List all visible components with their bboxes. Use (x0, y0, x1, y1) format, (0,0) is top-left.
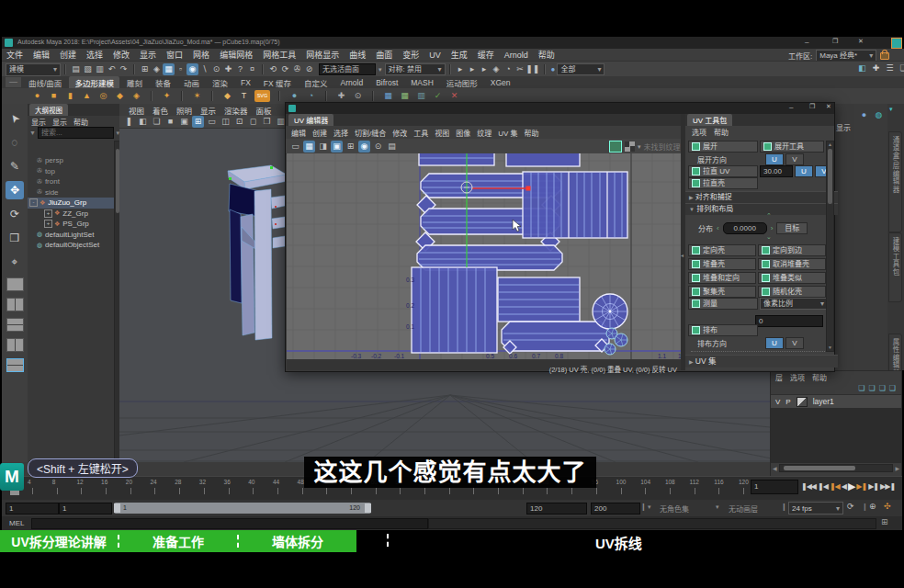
uv-menu-帮助[interactable]: 帮助 (525, 128, 539, 138)
filter-icon[interactable]: ▼ (29, 130, 36, 136)
animation-prefs-icon[interactable]: ✣ (884, 502, 891, 511)
fps-dropdown[interactable]: 24 fps▾ (788, 502, 843, 514)
film-icon[interactable]: ✇ (291, 63, 303, 75)
play-forward-button[interactable]: ▶ (848, 481, 854, 492)
uv-window-titlebar[interactable]: – ❐ ✕ (286, 103, 834, 114)
cube-primitive-icon[interactable]: ■ (48, 90, 60, 102)
viewport-menu-着色[interactable]: 着色 (153, 105, 168, 116)
menu-窗口[interactable]: 窗口 (165, 49, 184, 61)
toolkit-scrollbar[interactable]: ▲ ▼ (826, 141, 834, 352)
menu-编辑[interactable]: 编辑 (32, 49, 51, 61)
layer-scrollbar[interactable]: ◀ ▶ (771, 463, 901, 473)
construction-history-icon[interactable]: ⟲ (267, 63, 279, 75)
range-slider[interactable]: 1 120 (114, 503, 371, 514)
anim-end-field[interactable]: 200 (591, 503, 640, 514)
make-live-icon[interactable]: ◉ (186, 63, 198, 75)
script-editor-icon[interactable]: ⊞ (881, 517, 888, 526)
uv-borders-icon[interactable]: ◨ (317, 141, 329, 153)
toolkit-button-堆叠和定向[interactable]: 堆叠和定向 (688, 272, 756, 284)
menu-显示[interactable]: 显示 (139, 49, 157, 61)
toolkit-button-随机化壳[interactable]: 随机化壳 (758, 286, 826, 298)
unfold-v-button[interactable]: V (785, 153, 804, 165)
menu-文件[interactable]: 文件 (6, 49, 24, 61)
outliner-item-JiuZuo_Grp[interactable]: -❖JiuZuo_Grp (28, 198, 114, 209)
outliner-menu-显示[interactable]: 显示 (31, 117, 46, 127)
shelf-tab-动画[interactable]: 动画 (178, 76, 205, 89)
snap-point-icon[interactable]: ▦ (163, 63, 175, 75)
menu-生成[interactable]: 生成 (450, 49, 469, 61)
close-button[interactable]: ✕ (858, 38, 864, 45)
camera-lock-icon[interactable]: ❚ (123, 116, 135, 128)
lock-selection-icon[interactable]: ¤ (246, 63, 258, 75)
shelf-collapse-icon[interactable]: — (6, 77, 21, 87)
shelf-tab-装备[interactable]: 装备 (150, 76, 176, 89)
measure-mode-dropdown[interactable]: 像素比例▾ (760, 298, 828, 310)
uv-menu-切割/缝合[interactable]: 切割/缝合 (355, 128, 386, 138)
playback-start-field[interactable]: 1 (59, 503, 112, 514)
toolkit-menu-选项[interactable]: 选项 (692, 127, 706, 137)
bookmark-icon[interactable]: ◧ (137, 116, 149, 128)
model-face[interactable] (254, 189, 272, 340)
safe-action-icon[interactable]: ❐ (261, 116, 273, 128)
redo-icon[interactable]: ↷ (118, 63, 130, 75)
uv-menu-UV 集[interactable]: UV 集 (498, 128, 517, 138)
arrange-layout-section[interactable]: ▼ 排列和布局 (685, 203, 838, 215)
shelf-tab-雕刻[interactable]: 雕刻 (121, 76, 148, 89)
chevron-down-icon[interactable]: ▾ (648, 503, 651, 511)
time-icon[interactable]: ◔ (305, 90, 317, 102)
panel-collapse-icon[interactable]: ▾ (889, 106, 893, 113)
model-face[interactable] (230, 209, 242, 303)
toolkit-menu-帮助[interactable]: 帮助 (714, 127, 729, 137)
straighten-uv-button[interactable]: 拉直 UV (688, 165, 758, 177)
snap-curve-icon[interactable]: ◈ (151, 63, 163, 75)
save-scene-icon[interactable]: ▥ (94, 63, 106, 75)
range-handle-left[interactable] (114, 503, 120, 513)
snap-grid-icon[interactable]: ⊞ (139, 63, 151, 75)
playback-end-field[interactable]: 120 (526, 503, 587, 514)
anim-start-field[interactable]: 1 (6, 503, 59, 514)
symmetry-dropdown[interactable]: 对称: 禁用▾ (385, 63, 446, 75)
expand-toggle-icon[interactable]: + (44, 209, 52, 218)
menu-UV[interactable]: UV (428, 51, 442, 60)
hik-toggle-icon[interactable]: ✚ (870, 62, 882, 74)
toolkit-button-取消堆叠壳[interactable]: 取消堆叠壳 (758, 258, 826, 270)
outliner-item-defaultLightSet[interactable]: ◍defaultLightSet (28, 230, 114, 241)
shelf-tab-FX[interactable]: FX (235, 77, 256, 88)
shelf-tab-多边形建模[interactable]: 多边形建模 (69, 76, 119, 89)
loop-icon[interactable]: ⟳ (847, 502, 854, 511)
shelf-tab-Arnold[interactable]: Arnold (335, 77, 369, 88)
scope-dropdown[interactable]: 全部▾ (557, 63, 605, 75)
selection-mask-field[interactable]: 无选活曲面 (319, 63, 376, 75)
layout-preset-5[interactable] (6, 358, 24, 372)
go-to-end-button[interactable]: ▶▶❚ (880, 482, 895, 491)
toolkit-button-堆叠壳[interactable]: 堆叠壳 (688, 258, 756, 270)
attribute-editor-toggle-icon[interactable]: ☰ (884, 62, 896, 74)
expand-toggle-icon[interactable]: + (44, 220, 52, 228)
uv-shaded-icon[interactable]: ▦ (303, 141, 315, 153)
layout-preset-4[interactable] (6, 338, 24, 352)
anim-layer-dropdown[interactable]: 无动画层 (729, 503, 758, 514)
distribute-up-arrow[interactable]: ⌃ (766, 212, 772, 220)
chevron-down-icon[interactable]: ▾ (638, 143, 641, 151)
distribute-left-arrow[interactable]: ‹ (717, 224, 719, 232)
layer-new-selected-icon[interactable]: ❏ (868, 384, 875, 392)
layer-row[interactable]: V P layer1 (771, 394, 901, 408)
viewport-menu-显示[interactable]: 显示 (200, 105, 216, 116)
help-line-icon[interactable]: ? (234, 63, 246, 75)
layer-menu-帮助[interactable]: 帮助 (812, 372, 827, 382)
cylinder-primitive-icon[interactable]: ▮ (64, 90, 76, 102)
scale-tool[interactable]: ❒ (6, 229, 24, 247)
chapter-button-UV拆分理论讲解[interactable]: UV拆分理论讲解 (0, 530, 118, 552)
lasso-select-tool[interactable]: ◌ (6, 133, 24, 152)
shelf-tab-FX 缓存[interactable]: FX 缓存 (258, 76, 297, 89)
field-chart-icon[interactable]: ◻ (247, 116, 259, 128)
step-back-key-button[interactable]: ❚◀ (830, 482, 840, 491)
straighten-u-button[interactable]: U (795, 165, 813, 177)
render-view-icon[interactable]: ▸ (455, 63, 467, 75)
disc-primitive-icon[interactable]: ◈ (130, 90, 142, 102)
cone-primitive-icon[interactable]: ▲ (81, 90, 93, 102)
menu-创建[interactable]: 创建 (59, 49, 77, 61)
outliner-item-front[interactable]: ✇front (28, 176, 114, 187)
current-frame-field[interactable]: 1 (751, 480, 798, 494)
outliner-menu-帮助[interactable]: 帮助 (73, 117, 88, 127)
